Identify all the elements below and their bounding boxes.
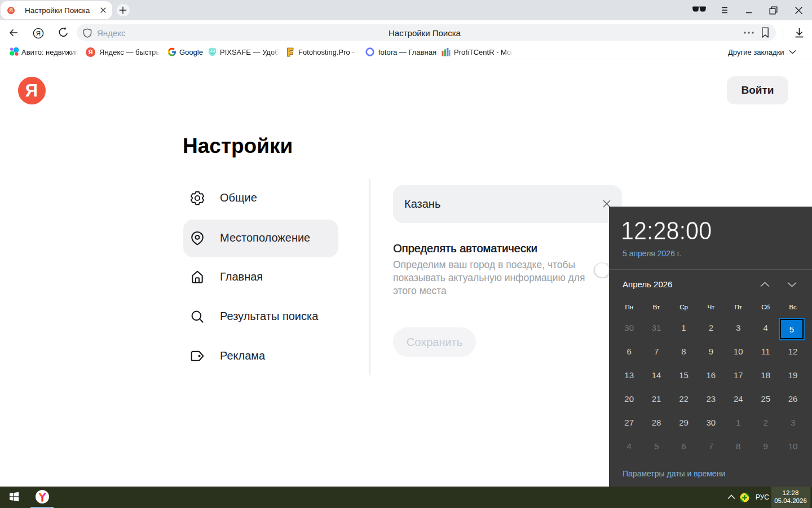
svg-text:Я: Я: [36, 30, 41, 37]
